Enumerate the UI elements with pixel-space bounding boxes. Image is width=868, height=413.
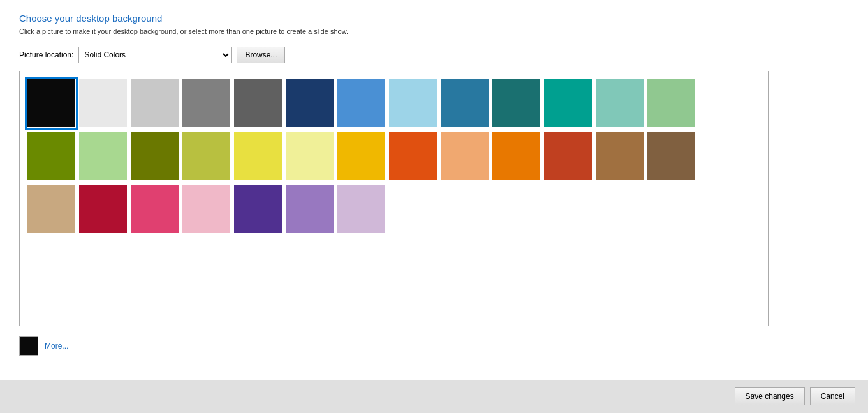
color-row-2: [27, 185, 760, 233]
main-content: Choose your desktop background Click a p…: [0, 0, 868, 381]
more-link[interactable]: More...: [45, 342, 68, 350]
color-swatch-orange[interactable]: [492, 132, 540, 180]
color-swatch-orange-red[interactable]: [389, 132, 437, 180]
color-row-0: [27, 79, 760, 127]
browse-button[interactable]: Browse...: [237, 47, 285, 63]
color-swatch-lavender[interactable]: [337, 185, 385, 233]
color-swatch-medium-brown[interactable]: [647, 132, 695, 180]
color-row-1: [27, 132, 760, 180]
subtitle: Click a picture to make it your desktop …: [19, 27, 849, 35]
color-swatch-medium-purple[interactable]: [286, 185, 334, 233]
picture-location-label: Picture location:: [19, 50, 73, 59]
color-swatch-hot-pink[interactable]: [131, 185, 179, 233]
cancel-button[interactable]: Cancel: [810, 387, 855, 405]
color-swatch-light-gray[interactable]: [131, 79, 179, 127]
color-swatch-light-tan[interactable]: [27, 185, 75, 233]
color-swatch-medium-gray[interactable]: [182, 79, 230, 127]
color-swatch-dark-red[interactable]: [79, 185, 127, 233]
color-swatch-white[interactable]: [79, 79, 127, 127]
color-swatch-tan-brown[interactable]: [596, 132, 644, 180]
color-swatch-peach[interactable]: [441, 132, 489, 180]
color-swatch-dark-purple[interactable]: [234, 185, 282, 233]
color-swatch-light-blue[interactable]: [389, 79, 437, 127]
color-swatch-light-lime[interactable]: [79, 132, 127, 180]
color-swatch-black[interactable]: [27, 79, 75, 127]
color-swatch-burnt-orange[interactable]: [544, 132, 592, 180]
selected-color-preview: [19, 336, 38, 356]
color-swatch-pale-yellow[interactable]: [286, 132, 334, 180]
color-swatch-light-teal[interactable]: [596, 79, 644, 127]
color-swatch-teal[interactable]: [492, 79, 540, 127]
picture-location-row: Picture location: Solid Colors Windows D…: [19, 47, 849, 63]
color-swatch-golden-yellow[interactable]: [337, 132, 385, 180]
color-swatch-dark-gray[interactable]: [234, 79, 282, 127]
color-swatch-bright-yellow[interactable]: [234, 132, 282, 180]
location-select[interactable]: Solid Colors Windows Desktop Backgrounds…: [78, 47, 232, 63]
footer-bar: Save changes Cancel: [0, 380, 868, 413]
color-swatch-light-pink[interactable]: [182, 185, 230, 233]
color-swatch-dark-navy[interactable]: [286, 79, 334, 127]
bottom-section: More...: [19, 336, 849, 356]
color-swatch-cornflower-blue[interactable]: [337, 79, 385, 127]
color-swatch-yellow-green[interactable]: [182, 132, 230, 180]
page-title: Choose your desktop background: [19, 13, 849, 24]
color-swatch-steel-blue[interactable]: [441, 79, 489, 127]
color-grid-container: [19, 71, 769, 326]
save-changes-button[interactable]: Save changes: [735, 387, 805, 405]
color-swatch-light-green[interactable]: [647, 79, 695, 127]
color-swatch-dark-olive[interactable]: [131, 132, 179, 180]
color-swatch-olive-green[interactable]: [27, 132, 75, 180]
color-swatch-medium-teal[interactable]: [544, 79, 592, 127]
